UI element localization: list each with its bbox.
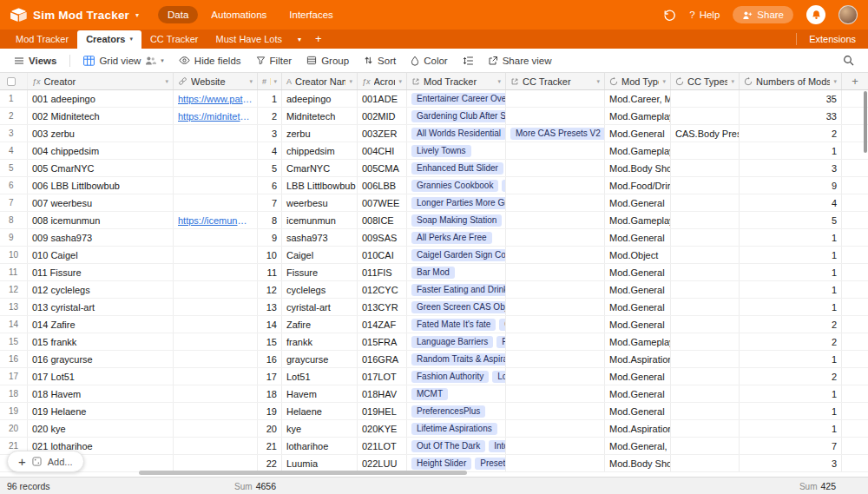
cell-creator[interactable]: 020 kye bbox=[28, 420, 174, 437]
cell-cc_tracker[interactable] bbox=[506, 420, 605, 437]
cell-acronym[interactable]: 002MID bbox=[358, 108, 407, 124]
hide-fields-button[interactable]: Hide fields bbox=[172, 53, 248, 69]
linked-record-pill[interactable]: Bar Mod bbox=[411, 267, 455, 279]
add-record-button[interactable]: + Add... bbox=[7, 451, 84, 472]
cell-cc_tracker[interactable] bbox=[506, 229, 605, 246]
cell-cc_types[interactable] bbox=[671, 438, 740, 454]
search-button[interactable] bbox=[836, 52, 861, 69]
cell-num[interactable]: 2 bbox=[740, 368, 842, 385]
cell-mod_tracker[interactable]: Out Of The DarkInto the Lig bbox=[407, 438, 506, 454]
cell-num[interactable]: 33 bbox=[740, 108, 842, 124]
tab-interfaces[interactable]: Interfaces bbox=[279, 6, 343, 23]
cell-cc_types[interactable] bbox=[671, 403, 740, 419]
share-button[interactable]: Share bbox=[733, 6, 793, 23]
cell-name[interactable]: Caigel bbox=[282, 247, 358, 263]
cell-website[interactable]: https://icemunmun.in/ bbox=[174, 212, 258, 228]
cell-acronym[interactable]: 011FIS bbox=[358, 264, 407, 280]
cell-mod_types[interactable]: Mod.Gameplay, ... bbox=[605, 212, 671, 228]
cell-cc_types[interactable] bbox=[671, 194, 740, 211]
sort-button[interactable]: Sort bbox=[357, 53, 403, 69]
linked-record-pill[interactable]: Lifetime Aspirations bbox=[411, 423, 497, 435]
cell-num[interactable]: 1 bbox=[740, 299, 842, 315]
column-header-mod_types[interactable]: Mod Types▾ bbox=[605, 73, 671, 89]
cell-acronym[interactable]: 013CYR bbox=[358, 299, 407, 315]
cell-mod_tracker[interactable]: Bar Mod bbox=[407, 264, 506, 280]
cell-website[interactable] bbox=[174, 264, 258, 280]
cell-cc_tracker[interactable] bbox=[506, 281, 605, 298]
cell-website[interactable]: https://www.patreon.com/... bbox=[174, 90, 258, 107]
cell-num[interactable]: 9 bbox=[740, 177, 842, 194]
cell-acronym[interactable]: 022LUU bbox=[358, 455, 407, 471]
cell-cc_tracker[interactable] bbox=[506, 177, 605, 194]
cell-creator[interactable]: 019 Helaene bbox=[28, 403, 174, 419]
cell-id[interactable]: 14 bbox=[258, 316, 282, 333]
cell-cc_types[interactable] bbox=[671, 385, 740, 402]
cell-num[interactable]: 3 bbox=[740, 160, 842, 176]
cell-cc_types[interactable] bbox=[671, 90, 740, 107]
cell-num[interactable]: 4 bbox=[740, 194, 842, 211]
table-list-chevron-icon[interactable]: ▾ bbox=[291, 36, 308, 49]
cell-mod_tracker[interactable]: Lively Towns bbox=[407, 142, 506, 159]
linked-record-pill[interactable]: Into the Lig bbox=[489, 440, 506, 452]
cell-creator[interactable]: 018 Havem bbox=[28, 385, 174, 402]
cell-name[interactable]: Havem bbox=[282, 385, 358, 402]
cell-cc_types[interactable] bbox=[671, 229, 740, 246]
cell-acronym[interactable]: 007WEE bbox=[358, 194, 407, 211]
cell-mod_types[interactable]: Mod.General bbox=[605, 229, 671, 246]
cell-cc_types[interactable] bbox=[671, 455, 740, 471]
notifications-button[interactable] bbox=[806, 5, 825, 24]
cell-mod_tracker[interactable]: MCMT bbox=[407, 385, 506, 402]
cell-website[interactable] bbox=[174, 299, 258, 315]
table-tab-must-have-lots[interactable]: Must Have Lots bbox=[207, 30, 291, 49]
cell-id[interactable]: 5 bbox=[258, 160, 282, 176]
row-number[interactable]: 2 bbox=[0, 108, 28, 124]
row-number[interactable]: 4 bbox=[0, 142, 28, 159]
cell-cc_types[interactable] bbox=[671, 299, 740, 315]
cell-website[interactable] bbox=[174, 368, 258, 385]
cell-mod_types[interactable]: Mod.Gameplay bbox=[605, 142, 671, 159]
select-all-checkbox[interactable] bbox=[0, 73, 28, 89]
linked-record-pill[interactable]: All Worlds Residential bbox=[411, 128, 506, 140]
cell-mod_types[interactable]: Mod.General bbox=[605, 368, 671, 385]
row-number[interactable]: 3 bbox=[0, 125, 28, 142]
cell-num[interactable]: 35 bbox=[740, 90, 842, 107]
linked-record-pill[interactable]: Longer Parties More Guests bbox=[411, 197, 506, 209]
cell-mod_tracker[interactable]: Entertainer Career Overhaul bbox=[407, 90, 506, 107]
cell-cc_types[interactable]: CAS.Body Presets bbox=[671, 125, 740, 142]
cell-name[interactable]: Luumia bbox=[282, 455, 358, 471]
cell-website[interactable] bbox=[174, 281, 258, 298]
row-number[interactable]: 20 bbox=[0, 420, 28, 437]
cell-mod_tracker[interactable]: Language BarriersPack Tests bbox=[407, 333, 506, 350]
cell-cc_tracker[interactable] bbox=[506, 247, 605, 263]
column-header-creator[interactable]: ƒxCreator▾ bbox=[28, 73, 174, 89]
cell-name[interactable]: weerbesu bbox=[282, 194, 358, 211]
cell-cc_types[interactable] bbox=[671, 281, 740, 298]
cell-cc_types[interactable] bbox=[671, 177, 740, 194]
user-avatar[interactable] bbox=[838, 5, 858, 24]
cell-mod_types[interactable]: Mod.Food/Drink... bbox=[605, 177, 671, 194]
cell-website[interactable] bbox=[174, 420, 258, 437]
linked-record-pill[interactable]: Soap Making Station bbox=[411, 214, 502, 227]
cell-num[interactable]: 1 bbox=[740, 229, 842, 246]
cell-name[interactable]: graycurse bbox=[282, 351, 358, 367]
cell-cc_types[interactable] bbox=[671, 420, 740, 437]
cell-mod_tracker[interactable]: Soap Making StationCustom bbox=[407, 212, 506, 228]
cell-mod_tracker[interactable]: Enhanced Butt SliderBreast bbox=[407, 160, 506, 176]
cell-acronym[interactable]: 019HEL bbox=[358, 403, 407, 419]
cell-num[interactable]: 3 bbox=[740, 455, 842, 471]
row-number[interactable]: 6 bbox=[0, 177, 28, 194]
linked-record-pill[interactable]: Lively Towns bbox=[411, 145, 471, 157]
cell-id[interactable]: 18 bbox=[258, 385, 282, 402]
cell-mod_tracker[interactable]: PreferencesPlus bbox=[407, 403, 506, 419]
cell-cc_tracker[interactable] bbox=[506, 108, 605, 124]
cell-num[interactable]: 1 bbox=[740, 385, 842, 402]
cell-name[interactable]: adeepingo bbox=[282, 90, 358, 107]
chevron-down-icon[interactable]: ▾ bbox=[129, 36, 133, 43]
row-number[interactable]: 19 bbox=[0, 403, 28, 419]
cell-creator[interactable]: 007 weerbesu bbox=[28, 194, 174, 211]
cell-id[interactable]: 7 bbox=[258, 194, 282, 211]
row-number[interactable]: 17 bbox=[0, 368, 28, 385]
cell-acronym[interactable]: 020KYE bbox=[358, 420, 407, 437]
tab-data[interactable]: Data bbox=[158, 6, 198, 23]
row-number[interactable]: 1 bbox=[0, 90, 28, 107]
